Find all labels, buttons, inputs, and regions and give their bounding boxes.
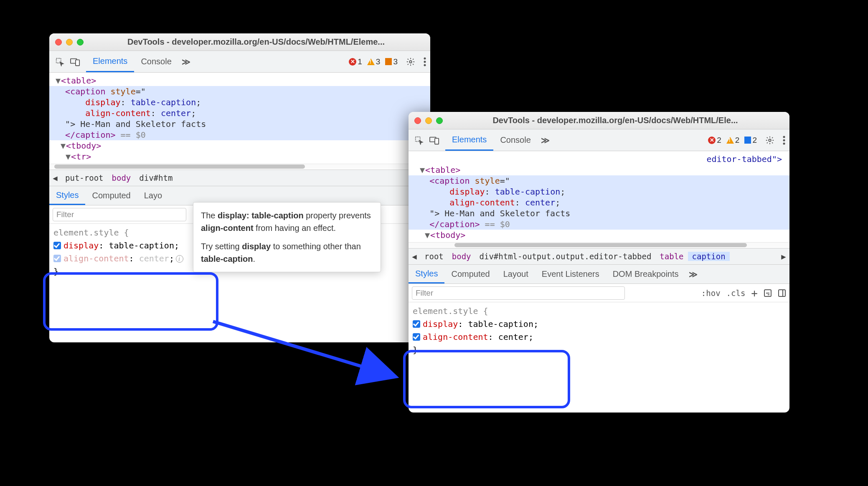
devtools-window-1: DevTools - developer.mozilla.org/en-US/d… [49, 33, 430, 342]
filter-input[interactable]: Filter [412, 286, 625, 300]
svg-point-6 [424, 64, 426, 66]
svg-point-4 [424, 57, 426, 59]
subtab-computed[interactable]: Computed [85, 186, 137, 205]
more-subtabs-icon[interactable]: ≫ [685, 265, 701, 284]
error-count: 2 [717, 136, 721, 145]
error-icon: ✕ [708, 137, 716, 144]
crumb-div[interactable]: div#html-output.output.editor-tabbed [475, 252, 656, 261]
crumb-root[interactable]: put-root [61, 173, 108, 182]
window-title: DevTools - developer.mozilla.org/en-US/d… [88, 37, 424, 47]
info-icon[interactable] [176, 255, 183, 263]
issue-counters[interactable]: ✕2 2 2 [704, 129, 761, 151]
inspect-icon[interactable] [414, 136, 424, 145]
more-tabs-icon[interactable]: ≫ [538, 129, 553, 151]
info-count: 2 [752, 136, 757, 145]
kebab-menu-icon[interactable] [779, 129, 789, 151]
subtab-styles[interactable]: Styles [49, 186, 85, 205]
tab-console[interactable]: Console [134, 51, 178, 72]
main-toolbar: Elements Console ≫ ✕1 3 3 [49, 51, 430, 73]
subtab-styles[interactable]: Styles [409, 265, 444, 284]
devtools-window-2: DevTools - developer.mozilla.org/en-US/d… [409, 112, 789, 413]
svg-rect-2 [76, 60, 79, 66]
checkbox-align-content[interactable] [413, 333, 420, 341]
svg-point-3 [409, 61, 412, 63]
traffic-lights [55, 39, 84, 46]
device-toggle-icon[interactable] [70, 57, 80, 66]
computed-styles-icon[interactable] [764, 289, 772, 297]
svg-point-12 [783, 139, 785, 141]
warning-count: 3 [376, 57, 381, 66]
selector-label: element.style { [413, 305, 785, 318]
minimize-icon[interactable] [425, 117, 432, 124]
svg-point-5 [424, 61, 426, 63]
checkbox-align-content[interactable] [53, 255, 61, 262]
close-icon[interactable] [414, 117, 421, 124]
tab-elements[interactable]: Elements [86, 51, 134, 72]
crumb-table[interactable]: table [655, 252, 688, 261]
close-icon[interactable] [55, 39, 62, 46]
dom-tree[interactable]: ▼<table> <caption style=" display: table… [49, 73, 430, 170]
window-title: DevTools - developer.mozilla.org/en-US/d… [447, 116, 784, 125]
tab-elements[interactable]: Elements [445, 129, 493, 151]
warning-icon [367, 58, 375, 65]
filter-input[interactable]: Filter [53, 208, 186, 221]
info-icon [744, 137, 751, 144]
svg-point-13 [783, 142, 785, 144]
styles-subtabs: Styles Computed Layout Event Listeners D… [409, 265, 789, 284]
main-toolbar: Elements Console ≫ ✕2 2 2 [409, 129, 789, 151]
info-count: 3 [393, 57, 398, 66]
traffic-lights [414, 117, 443, 124]
subtab-dom-breakpoints[interactable]: DOM Breakpoints [606, 265, 685, 284]
crumb-body[interactable]: body [448, 252, 475, 261]
styles-panel[interactable]: element.style { display: table-caption; … [409, 302, 789, 359]
crumb-div[interactable]: div#htm [135, 173, 177, 182]
more-tabs-icon[interactable]: ≫ [178, 51, 194, 72]
chevron-right-icon[interactable]: ▶ [778, 252, 789, 261]
subtab-event-listeners[interactable]: Event Listeners [535, 265, 606, 284]
breadcrumb[interactable]: ◀ root body div#html-output.output.edito… [409, 248, 789, 265]
css-hint-tooltip: The display: table-caption property prev… [193, 202, 381, 272]
titlebar[interactable]: DevTools - developer.mozilla.org/en-US/d… [409, 112, 789, 129]
chevron-left-icon[interactable]: ◀ [49, 173, 61, 182]
issue-counters[interactable]: ✕1 3 3 [345, 51, 402, 72]
tab-console[interactable]: Console [493, 129, 537, 151]
crumb-body[interactable]: body [108, 173, 135, 182]
subtab-computed[interactable]: Computed [444, 265, 496, 284]
checkbox-display[interactable] [413, 320, 420, 328]
minimize-icon[interactable] [66, 39, 73, 46]
crumb-caption[interactable]: caption [688, 252, 730, 261]
svg-rect-9 [435, 138, 439, 144]
chevron-left-icon[interactable]: ◀ [409, 252, 420, 261]
hov-toggle[interactable]: :hov [701, 289, 721, 298]
maximize-icon[interactable] [436, 117, 443, 124]
maximize-icon[interactable] [77, 39, 84, 46]
settings-icon[interactable] [761, 129, 779, 151]
warning-count: 2 [735, 136, 740, 145]
svg-point-11 [783, 136, 785, 138]
dom-horizontal-scrollbar[interactable] [49, 164, 430, 169]
error-icon: ✕ [349, 58, 356, 66]
dom-horizontal-scrollbar[interactable] [409, 242, 789, 247]
info-icon [385, 58, 392, 65]
subtab-layout[interactable]: Layout [497, 265, 535, 284]
dom-tree[interactable]: editor-tabbed"> ▼<table> <caption style=… [409, 151, 789, 248]
toggle-sidebar-icon[interactable] [778, 289, 786, 297]
kebab-menu-icon[interactable] [419, 51, 430, 72]
inspect-icon[interactable] [55, 57, 64, 66]
crumb-root[interactable]: root [420, 252, 448, 261]
titlebar[interactable]: DevTools - developer.mozilla.org/en-US/d… [49, 33, 430, 51]
error-count: 1 [358, 57, 362, 66]
checkbox-display[interactable] [53, 242, 61, 249]
svg-point-10 [769, 139, 771, 142]
breadcrumb[interactable]: ◀ put-root body div#htm [49, 170, 430, 186]
warning-icon [726, 137, 734, 144]
cls-toggle[interactable]: .cls [726, 289, 746, 298]
subtab-layout[interactable]: Layo [137, 186, 169, 205]
device-toggle-icon[interactable] [429, 136, 439, 145]
svg-rect-15 [779, 290, 785, 296]
settings-icon[interactable] [402, 51, 419, 72]
new-style-rule-icon[interactable]: + [751, 287, 758, 299]
